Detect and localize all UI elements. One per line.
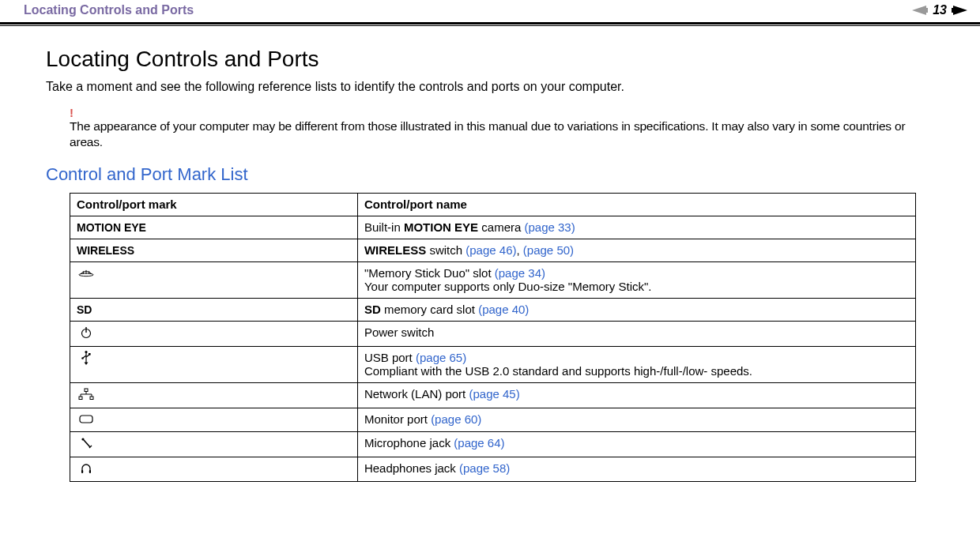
- name-prefix: Monitor port: [364, 412, 431, 426]
- name-cell: SD memory card slot (page 40): [357, 298, 915, 321]
- name-prefix: Network (LAN) port: [364, 387, 469, 401]
- svg-rect-20: [80, 416, 92, 423]
- page-link[interactable]: (page 65): [416, 351, 466, 364]
- mark-cell: MOTION EYE: [70, 216, 358, 239]
- table-row: Monitor port (page 60): [70, 408, 916, 431]
- name-cell: Built-in MOTION EYE camera (page 33): [357, 216, 915, 239]
- table-row: Power switch: [70, 321, 916, 346]
- name-cell: Microphone jack (page 64): [357, 431, 915, 457]
- name-line: Built-in MOTION EYE camera (page 33): [364, 220, 575, 234]
- name-cell: USB port (page 65)Compliant with the USB…: [357, 346, 915, 382]
- table-row: USB port (page 65)Compliant with the USB…: [70, 346, 916, 382]
- table-row: Microphone jack (page 64): [70, 431, 916, 457]
- mark-cell: [70, 408, 358, 431]
- usb-icon: [77, 351, 94, 365]
- bang-icon: !: [70, 107, 928, 118]
- name-line: Microphone jack (page 64): [364, 436, 505, 450]
- lan-icon: [77, 387, 94, 401]
- svg-rect-25: [89, 470, 91, 473]
- mark-cell: [70, 346, 358, 382]
- memory-stick-icon: [77, 266, 94, 280]
- name-suffix: switch: [426, 243, 466, 257]
- name-prefix: Power switch: [364, 325, 434, 339]
- table-row: WIRELESSWIRELESS switch (page 46), (page…: [70, 239, 916, 261]
- table-row: Headphones jack (page 58): [70, 457, 916, 481]
- name-cell: "Memory Stick Duo" slot (page 34)Your co…: [357, 261, 915, 298]
- name-suffix: memory card slot: [381, 303, 478, 316]
- svg-rect-13: [85, 389, 88, 392]
- section-heading: Control and Port Mark List: [46, 164, 928, 185]
- note-text: The appearance of your computer may be d…: [70, 118, 928, 150]
- name-cell: Network (LAN) port (page 45): [357, 382, 915, 408]
- name-bold: MOTION EYE: [404, 220, 478, 234]
- name-cell: Power switch: [357, 321, 915, 346]
- name-prefix: Headphones jack: [364, 461, 459, 475]
- name-prefix: "Memory Stick Duo" slot: [364, 266, 495, 280]
- page-number: 13: [931, 3, 948, 17]
- nav-next-icon[interactable]: [952, 6, 967, 15]
- table-row: SDSD memory card slot (page 40): [70, 298, 916, 321]
- monitor-icon: [77, 412, 94, 427]
- page-link[interactable]: (page 60): [431, 412, 481, 426]
- intro-text: Take a moment and see the following refe…: [46, 78, 928, 96]
- name-line: USB port (page 65): [364, 351, 466, 364]
- svg-marker-0: [912, 6, 928, 15]
- page-content: Locating Controls and Ports Take a momen…: [0, 26, 980, 482]
- name-line: SD memory card slot (page 40): [364, 303, 529, 316]
- header-breadcrumb: Locating Controls and Ports: [24, 3, 194, 17]
- page-link[interactable]: (page 45): [469, 387, 519, 401]
- caution-note: ! The appearance of your computer may be…: [70, 107, 928, 150]
- name-extra: Compliant with the USB 2.0 standard and …: [364, 364, 909, 378]
- page-link[interactable]: (page 46): [466, 243, 516, 257]
- link-separator: ,: [517, 243, 523, 257]
- power-icon: [77, 325, 94, 340]
- name-bold: WIRELESS: [364, 243, 426, 257]
- name-line: Headphones jack (page 58): [364, 461, 510, 475]
- page-link[interactable]: (page 64): [454, 436, 504, 450]
- mark-cell: [70, 457, 358, 481]
- name-extra: Your computer supports only Duo-size "Me…: [364, 280, 909, 293]
- table-row: Network (LAN) port (page 45): [70, 382, 916, 408]
- divider-thick: [0, 22, 980, 24]
- mark-text: WIRELESS: [77, 244, 134, 257]
- mark-cell: [70, 382, 358, 408]
- name-bold: SD: [364, 303, 381, 316]
- mark-text: MOTION EYE: [77, 221, 146, 234]
- page-link[interactable]: (page 50): [523, 243, 574, 257]
- mark-cell: [70, 431, 358, 457]
- mark-text: SD: [77, 303, 92, 316]
- name-cell: Headphones jack (page 58): [357, 457, 915, 481]
- svg-rect-18: [79, 397, 82, 400]
- name-prefix: USB port: [364, 351, 416, 364]
- name-cell: WIRELESS switch (page 46), (page 50): [357, 239, 915, 261]
- svg-rect-24: [81, 470, 83, 473]
- mark-cell: WIRELESS: [70, 239, 358, 261]
- page-link[interactable]: (page 40): [478, 303, 529, 316]
- name-line: WIRELESS switch (page 46), (page 50): [364, 243, 574, 257]
- table-row: MOTION EYEBuilt-in MOTION EYE camera (pa…: [70, 216, 916, 239]
- name-prefix: Microphone jack: [364, 436, 454, 450]
- svg-point-11: [81, 357, 84, 359]
- svg-rect-19: [90, 397, 93, 400]
- nav-prev-icon[interactable]: [912, 6, 928, 15]
- svg-rect-12: [89, 353, 91, 356]
- table-row: "Memory Stick Duo" slot (page 34)Your co…: [70, 261, 916, 298]
- name-prefix: Built-in: [364, 220, 404, 234]
- name-line: Network (LAN) port (page 45): [364, 387, 520, 401]
- mark-cell: SD: [70, 298, 358, 321]
- mic-icon: [77, 436, 94, 450]
- page-link[interactable]: (page 33): [525, 220, 575, 234]
- mark-cell: [70, 261, 358, 298]
- page-link[interactable]: (page 58): [459, 461, 510, 475]
- mark-cell: [70, 321, 358, 346]
- name-line: "Memory Stick Duo" slot (page 34): [364, 266, 545, 280]
- page-link[interactable]: (page 34): [495, 266, 545, 280]
- port-mark-table: Control/port mark Control/port name MOTI…: [70, 193, 916, 482]
- headphones-icon: [77, 461, 94, 476]
- th-mark: Control/port mark: [70, 193, 358, 216]
- page-title: Locating Controls and Ports: [46, 47, 928, 72]
- svg-line-22: [84, 440, 90, 447]
- name-cell: Monitor port (page 60): [357, 408, 915, 431]
- th-name: Control/port name: [357, 193, 915, 216]
- svg-marker-10: [85, 362, 89, 365]
